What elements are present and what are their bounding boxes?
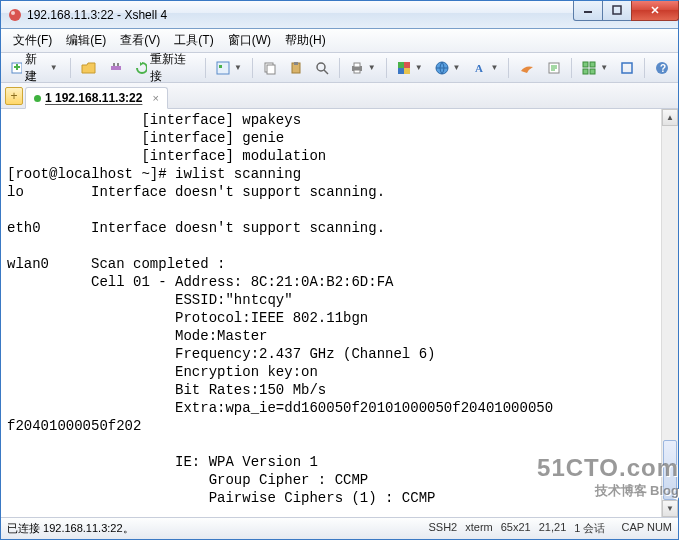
svg-rect-16 [354, 63, 360, 67]
status-protocol: SSH2 [429, 521, 458, 536]
separator [205, 58, 206, 78]
separator [339, 58, 340, 78]
menu-edit[interactable]: 编辑(E) [60, 30, 112, 51]
menu-view[interactable]: 查看(V) [114, 30, 166, 51]
separator [571, 58, 572, 78]
svg-rect-18 [398, 62, 404, 68]
dropdown-icon: ▼ [368, 63, 376, 72]
scroll-thumb[interactable] [663, 440, 677, 500]
scroll-down-button[interactable]: ▼ [662, 500, 678, 517]
title-bar[interactable]: 192.168.11.3:22 - Xshell 4 [1, 1, 678, 29]
status-sessions: 1 会话 [574, 521, 605, 536]
tab-label: 1 192.168.11.3:22 [45, 91, 142, 105]
menu-tools[interactable]: 工具(T) [168, 30, 219, 51]
copy-button[interactable] [258, 57, 282, 79]
window-title: 192.168.11.3:22 - Xshell 4 [27, 8, 574, 22]
status-cap: CAP [621, 521, 643, 533]
fullscreen-button[interactable] [615, 57, 639, 79]
svg-point-1 [11, 11, 15, 15]
separator [508, 58, 509, 78]
menu-bar: 文件(F) 编辑(E) 查看(V) 工具(T) 窗口(W) 帮助(H) [1, 29, 678, 53]
toolbar: 新建▼ 重新连接 ▼ ▼ ▼ ▼ A▼ ▼ ? [1, 53, 678, 83]
close-tab-button[interactable]: × [152, 92, 158, 104]
tile-icon [582, 61, 596, 75]
copy-icon [263, 61, 277, 75]
help-icon: ? [655, 61, 669, 75]
reconnect-button[interactable]: 重新连接 [130, 57, 201, 79]
dropdown-icon: ▼ [50, 63, 58, 72]
search-button[interactable] [310, 57, 334, 79]
search-icon [315, 61, 329, 75]
svg-rect-8 [217, 62, 229, 74]
dropdown-icon: ▼ [490, 63, 498, 72]
svg-rect-25 [583, 62, 588, 67]
svg-point-0 [9, 9, 21, 21]
properties-icon [216, 61, 230, 75]
help-button[interactable]: ? [650, 57, 674, 79]
svg-rect-26 [590, 62, 595, 67]
app-window: 192.168.11.3:22 - Xshell 4 文件(F) 编辑(E) 查… [0, 0, 679, 540]
status-connection: 已连接 192.168.11.3:22。 [7, 521, 429, 536]
font-icon: A [472, 61, 486, 75]
svg-rect-7 [117, 63, 119, 66]
terminal-output[interactable]: [interface] wpakeys [interface] genie [i… [1, 109, 661, 517]
separator [386, 58, 387, 78]
menu-window[interactable]: 窗口(W) [222, 30, 277, 51]
status-num: NUM [647, 521, 672, 533]
svg-rect-19 [404, 62, 410, 68]
svg-point-14 [317, 63, 325, 71]
script-button[interactable] [542, 57, 566, 79]
svg-rect-6 [113, 63, 115, 66]
paste-icon [289, 61, 303, 75]
terminal-area: [interface] wpakeys [interface] genie [i… [1, 109, 678, 517]
plug-icon [109, 61, 123, 75]
svg-rect-11 [267, 65, 275, 74]
add-tab-button[interactable]: + [5, 87, 23, 105]
print-button[interactable]: ▼ [345, 57, 381, 79]
script-icon [547, 61, 561, 75]
new-label: 新建 [25, 51, 46, 85]
new-icon [10, 61, 22, 75]
colorscheme-button[interactable]: ▼ [392, 57, 428, 79]
svg-rect-9 [219, 65, 222, 68]
font-button[interactable]: A▼ [467, 57, 503, 79]
svg-rect-5 [111, 66, 121, 70]
close-button[interactable] [631, 1, 679, 21]
reconnect-label: 重新连接 [150, 51, 193, 85]
tile-button[interactable]: ▼ [577, 57, 613, 79]
properties-button[interactable]: ▼ [211, 57, 247, 79]
scroll-track[interactable] [662, 126, 678, 500]
separator [70, 58, 71, 78]
dropdown-icon: ▼ [600, 63, 608, 72]
bird-icon [519, 61, 535, 75]
status-size: 65x21 [501, 521, 531, 536]
scroll-up-button[interactable]: ▲ [662, 109, 678, 126]
maximize-button[interactable] [602, 1, 632, 21]
xftp-button[interactable] [514, 57, 540, 79]
session-tab[interactable]: 1 192.168.11.3:22 × [25, 87, 168, 109]
dropdown-icon: ▼ [453, 63, 461, 72]
window-controls [574, 1, 679, 21]
minimize-button[interactable] [573, 1, 603, 21]
palette-icon [397, 61, 411, 75]
new-button[interactable]: 新建▼ [5, 57, 65, 79]
tab-bar: + 1 192.168.11.3:22 × [1, 83, 678, 109]
paste-button[interactable] [284, 57, 308, 79]
svg-rect-13 [294, 62, 298, 65]
svg-text:A: A [475, 62, 483, 74]
dropdown-icon: ▼ [415, 63, 423, 72]
dropdown-icon: ▼ [234, 63, 242, 72]
svg-rect-28 [590, 69, 595, 74]
app-icon [7, 7, 23, 23]
scrollbar[interactable]: ▲ ▼ [661, 109, 678, 517]
open-button[interactable] [76, 57, 102, 79]
svg-rect-20 [398, 68, 404, 74]
svg-rect-17 [354, 70, 360, 73]
menu-help[interactable]: 帮助(H) [279, 30, 332, 51]
separator [252, 58, 253, 78]
globe-icon [435, 61, 449, 75]
menu-file[interactable]: 文件(F) [7, 30, 58, 51]
svg-rect-21 [404, 68, 410, 74]
disconnect-button[interactable] [104, 57, 128, 79]
encoding-button[interactable]: ▼ [430, 57, 466, 79]
